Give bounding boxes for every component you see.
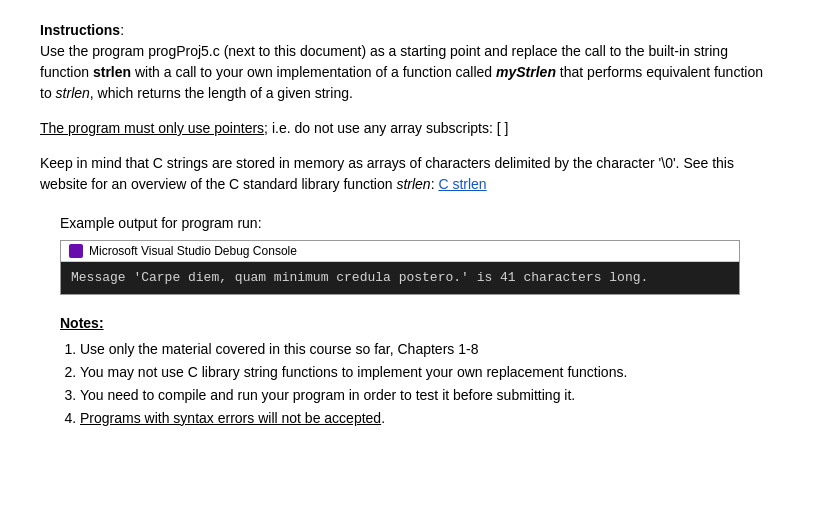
example-label: Example output for program run: [60, 213, 775, 234]
strlen-bold: strlen [93, 64, 131, 80]
pointers-rest: ; i.e. do not use any array subscripts: … [264, 120, 508, 136]
notes-section: Notes: Use only the material covered in … [40, 315, 775, 429]
keep-in-mind-text1: Keep in mind that C strings are stored i… [40, 155, 734, 192]
instructions-paragraph: Instructions: Use the program progProj5.… [40, 20, 775, 104]
console-window: Microsoft Visual Studio Debug Console Me… [60, 240, 740, 295]
list-item: You may not use C library string functio… [80, 362, 775, 383]
note-2: You may not use C library string functio… [80, 364, 627, 380]
strlen-italic: strlen [56, 85, 90, 101]
console-output: Message 'Carpe diem, quam minimum credul… [71, 270, 648, 285]
c-strlen-link[interactable]: C strlen [438, 176, 486, 192]
pointers-underlined: The program must only use pointers [40, 120, 264, 136]
pointers-paragraph: The program must only use pointers; i.e.… [40, 118, 775, 139]
example-section: Example output for program run: Microsof… [40, 213, 775, 295]
console-body: Message 'Carpe diem, quam minimum credul… [61, 262, 739, 294]
mystrlen-bold: myStrlen [496, 64, 556, 80]
keep-in-mind-paragraph: Keep in mind that C strings are stored i… [40, 153, 775, 195]
page-container: Instructions: Use the program progProj5.… [40, 20, 775, 429]
notes-label: Notes: [60, 315, 775, 331]
instructions-text-1d: , which returns the length of a given st… [90, 85, 353, 101]
note-4-period: . [381, 410, 385, 426]
list-item: You need to compile and run your program… [80, 385, 775, 406]
list-item: Use only the material covered in this co… [80, 339, 775, 360]
strlen-italic-2: strlen [396, 176, 430, 192]
note-1: Use only the material covered in this co… [80, 341, 478, 357]
note-3: You need to compile and run your program… [80, 387, 575, 403]
list-item: Programs with syntax errors will not be … [80, 408, 775, 429]
note-4-underlined: Programs with syntax errors will not be … [80, 410, 381, 426]
console-icon [69, 244, 83, 258]
instructions-text-1b: with a call to your own implementation o… [131, 64, 496, 80]
console-titlebar: Microsoft Visual Studio Debug Console [61, 241, 739, 262]
notes-list: Use only the material covered in this co… [60, 339, 775, 429]
console-title-text: Microsoft Visual Studio Debug Console [89, 244, 297, 258]
instructions-label: Instructions [40, 22, 120, 38]
